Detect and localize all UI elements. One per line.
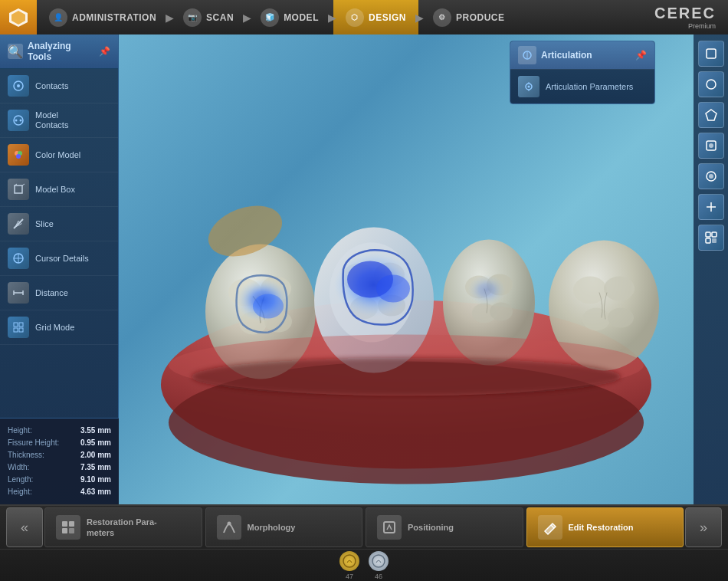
right-tool-view6[interactable] xyxy=(698,194,724,220)
svg-point-46 xyxy=(490,303,513,321)
measurements-box: Height: 3.55 mm Fissure Height: 0.95 mm … xyxy=(0,418,119,504)
measurement-length: Length: 9.10 mm xyxy=(8,474,111,486)
workflow-step-edit-restoration[interactable]: Edit Restoration xyxy=(526,507,684,547)
administration-icon: 👤 xyxy=(49,8,67,27)
app-logo xyxy=(0,0,37,34)
top-navigation: 👤 ADMINISTRATION ▶ 📷 SCAN ▶ 🧊 MODEL ▶ ⬡ … xyxy=(0,0,728,34)
svg-rect-62 xyxy=(707,49,716,58)
svg-point-3 xyxy=(17,84,20,87)
svg-point-41 xyxy=(376,275,410,303)
svg-rect-71 xyxy=(712,232,717,237)
workflow-steps: « Restoration Para- meters Morphology Po… xyxy=(0,506,728,549)
cursor-details-icon xyxy=(8,248,29,269)
panel-header-icon: 🔍 xyxy=(8,44,23,59)
svg-rect-73 xyxy=(712,238,717,243)
tool-cursor-details[interactable]: Cursor Details xyxy=(0,241,118,276)
tool-contacts[interactable]: Contacts xyxy=(0,69,118,103)
restoration-params-icon xyxy=(56,515,80,540)
svg-point-63 xyxy=(707,80,716,89)
workflow-step-restoration-params[interactable]: Restoration Para- meters xyxy=(44,507,202,547)
grid-mode-icon xyxy=(8,317,29,338)
measurement-height2: Height: 4.63 mm xyxy=(8,486,111,498)
produce-nav-icon: ⚙ xyxy=(433,8,451,27)
svg-point-5 xyxy=(15,120,18,122)
articulation-params-icon xyxy=(518,76,539,97)
distance-icon xyxy=(8,282,29,304)
bottom-icon-46[interactable]: 46 xyxy=(369,551,389,580)
color-model-icon xyxy=(8,144,29,166)
svg-rect-20 xyxy=(14,323,18,327)
articulation-panel: Articulation 📌 Articulation Parameters xyxy=(510,41,655,104)
model-nav-icon: 🧊 xyxy=(261,8,279,27)
nav-arrow-4: ▶ xyxy=(415,11,424,24)
positioning-icon xyxy=(377,515,402,540)
articulation-params-item[interactable]: Articulation Parameters xyxy=(510,69,654,103)
svg-rect-76 xyxy=(62,528,67,533)
tool-model-box[interactable]: Model Box xyxy=(0,172,118,207)
nav-step-scan[interactable]: 📷 SCAN xyxy=(171,0,246,34)
right-tools-panel xyxy=(694,34,728,504)
nav-step-administration[interactable]: 👤 ADMINISTRATION xyxy=(37,0,169,34)
nav-step-produce[interactable]: ⚙ PRODUCE xyxy=(421,0,517,34)
3d-viewport[interactable]: Articulation 📌 Articulation Parameters xyxy=(119,34,694,504)
tool-grid-mode[interactable]: Grid Mode xyxy=(0,310,118,345)
workflow-prev-button[interactable]: « xyxy=(6,507,43,547)
measurement-width: Width: 7.35 mm xyxy=(8,461,111,474)
right-tool-view3[interactable] xyxy=(698,102,724,128)
panel-pin-button[interactable]: 📌 xyxy=(99,46,110,57)
svg-point-51 xyxy=(582,308,610,331)
svg-point-6 xyxy=(20,120,22,122)
nav-steps: 👤 ADMINISTRATION ▶ 📷 SCAN ▶ 🧊 MODEL ▶ ⬡ … xyxy=(37,0,642,34)
nav-arrow-1: ▶ xyxy=(166,11,174,24)
svg-point-59 xyxy=(528,86,530,88)
design-nav-icon: ⬡ xyxy=(346,8,364,27)
workflow-step-positioning[interactable]: Positioning xyxy=(366,507,523,547)
svg-point-67 xyxy=(709,174,713,179)
svg-point-47 xyxy=(467,275,506,306)
edit-restoration-icon xyxy=(538,515,562,540)
teeth-3d-view xyxy=(119,34,694,504)
bottom-icon-47[interactable]: 47 xyxy=(339,551,359,580)
panel-header: 🔍 Analyzing Tools 📌 xyxy=(0,34,118,69)
morphology-icon xyxy=(217,515,241,540)
svg-line-12 xyxy=(22,184,25,185)
nav-step-model[interactable]: 🧊 MODEL xyxy=(248,0,331,34)
scan-icon: 📷 xyxy=(183,8,202,27)
tool-model-contacts[interactable]: Model Contacts xyxy=(0,103,118,138)
svg-rect-23 xyxy=(19,328,23,332)
nav-step-design[interactable]: ⬡ DESIGN xyxy=(333,0,418,34)
svg-rect-77 xyxy=(69,528,74,533)
svg-rect-72 xyxy=(706,238,710,243)
main-area: 🔍 Analyzing Tools 📌 Contacts Model Conta… xyxy=(0,34,728,504)
measurement-thickness: Thickness: 2.00 mm xyxy=(8,449,111,461)
measurement-height: Height: 3.55 mm xyxy=(8,425,111,437)
right-tool-view7[interactable] xyxy=(698,225,724,251)
svg-rect-70 xyxy=(706,232,710,237)
right-tool-view1[interactable] xyxy=(698,41,724,67)
svg-rect-22 xyxy=(14,328,18,332)
right-tool-view4[interactable] xyxy=(698,133,724,159)
workflow-step-morphology[interactable]: Morphology xyxy=(205,507,363,547)
icon-47-img xyxy=(339,551,359,571)
tool-distance[interactable]: Distance xyxy=(0,276,118,310)
cerec-brand: CEREC Premium xyxy=(642,4,728,31)
right-tool-view2[interactable] xyxy=(698,71,724,97)
model-contacts-icon xyxy=(8,110,29,131)
bottom-bar: « Restoration Para- meters Morphology Po… xyxy=(0,504,728,581)
right-tool-view5[interactable] xyxy=(698,163,724,189)
svg-point-32 xyxy=(253,294,284,319)
svg-point-65 xyxy=(709,143,713,148)
svg-point-49 xyxy=(573,277,607,304)
tool-color-model[interactable]: Color Model xyxy=(0,138,118,172)
svg-rect-21 xyxy=(19,323,23,327)
svg-point-50 xyxy=(604,277,635,301)
tool-slice[interactable]: Slice xyxy=(0,207,118,241)
articulation-pin[interactable]: 📌 xyxy=(635,50,647,61)
workflow-next-button[interactable]: » xyxy=(685,507,722,547)
articulation-header-icon xyxy=(518,46,536,64)
nav-arrow-2: ▶ xyxy=(243,11,251,24)
articulation-header: Articulation 📌 xyxy=(510,41,654,69)
model-box-icon xyxy=(8,179,29,200)
nav-arrow-3: ▶ xyxy=(328,11,336,24)
svg-rect-74 xyxy=(62,521,67,527)
